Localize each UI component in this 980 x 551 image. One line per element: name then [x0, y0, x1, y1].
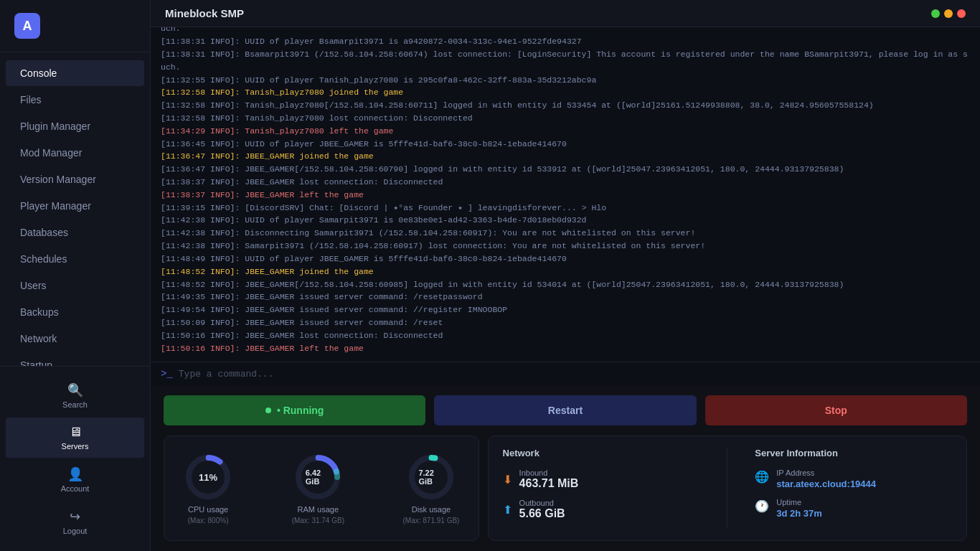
logout-icon: ↪	[70, 509, 80, 524]
console-line: [11:42:38 INFO]: UUID of player Samarpit…	[161, 214, 970, 227]
console-output[interactable]: [11:38:13 INFO]: Disconnecting Bsamarpit…	[151, 27, 980, 362]
sidebar-item-player-manager[interactable]: Player Manager	[6, 193, 144, 219]
sidebar-nav: ConsoleFilesPlugin ManagerMod ManagerVer…	[0, 52, 150, 366]
console-line: [11:50:09 INFO]: JBEE_GAMER issued serve…	[161, 316, 970, 329]
sidebar-bottom: 🔍 Search🖥 Servers👤 Account↪ Logout	[0, 366, 150, 551]
cpu-sublabel: (Max: 800%)	[188, 517, 229, 524]
window-control-dot[interactable]	[957, 9, 966, 18]
console-line: [11:36:45 INFO]: UUID of player JBEE_GAM…	[161, 138, 970, 151]
inbound-label: Inbound	[519, 468, 579, 477]
disk-label: Disk usage	[412, 505, 451, 514]
server-info-title: Server Information	[755, 448, 952, 458]
sidebar-logo: A	[0, 0, 150, 52]
running-button[interactable]: • Running	[164, 395, 425, 425]
window-control-dot[interactable]	[931, 9, 940, 18]
uptime-row: 🕐 Uptime 3d 2h 37m	[755, 498, 952, 519]
console-line: [11:38:31 INFO]: UUID of player Bsamarpi…	[161, 35, 970, 48]
console-line: [11:48:49 INFO]: UUID of player JBEE_GAM…	[161, 253, 970, 265]
console-line: [11:48:52 INFO]: JBEE_GAMER joined the g…	[161, 265, 970, 278]
server-header: Mineblock SMP	[151, 0, 980, 27]
sidebar-bottom-servers[interactable]: 🖥 Servers	[6, 418, 144, 458]
inbound-row: ⬇ Inbound 463.71 MiB	[503, 468, 700, 490]
network-title: Network	[503, 448, 700, 458]
disk-stat: 7.22 GiB Disk usage (Max: 871.91 GB)	[402, 452, 459, 524]
console-line: [11:32:55 INFO]: UUID of player Tanish_p…	[161, 74, 970, 87]
sidebar-bottom-logout[interactable]: ↪ Logout	[6, 501, 144, 542]
logout-label: Logout	[63, 527, 88, 535]
restart-label: Restart	[548, 405, 583, 416]
sidebar-item-users[interactable]: Users	[6, 273, 144, 298]
cpu-label: CPU usage	[188, 505, 228, 514]
command-input-area: >_	[151, 362, 980, 385]
cpu-donut: 11%	[183, 452, 233, 502]
ram-value: 6.42 GiB	[306, 468, 331, 486]
sidebar: A ConsoleFilesPlugin ManagerMod ManagerV…	[0, 0, 151, 551]
ram-label: RAM usage	[298, 505, 339, 514]
console-line: [11:34:29 INFO]: Tanish_playz7080 left t…	[161, 125, 970, 138]
sidebar-item-databases[interactable]: Databases	[6, 220, 144, 245]
network-section: Network ⬇ Inbound 463.71 MiB ⬆ Outbound …	[503, 448, 700, 529]
console-line: [11:32:58 INFO]: Tanish_playz7080 joined…	[161, 86, 970, 99]
stats-card-main: 11% CPU usage (Max: 800%) 6.42 GiB RAM u…	[164, 435, 479, 541]
console-line: [11:38:13 INFO]: Bsamarpit3971 (/152.58.…	[161, 27, 970, 35]
server-info-section: Server Information 🌐 IP Address star.ate…	[755, 448, 952, 529]
console-line: [11:36:47 INFO]: JBEE_GAMER[/152.58.104.…	[161, 163, 970, 176]
console-line: [11:50:16 INFO]: JBEE_GAMER left the gam…	[161, 342, 970, 355]
disk-value: 7.22 GiB	[418, 468, 443, 486]
console-line: [11:32:58 INFO]: Tanish_playz7080[/152.5…	[161, 99, 970, 112]
sidebar-item-console[interactable]: Console	[6, 60, 144, 86]
uptime-icon: 🕐	[755, 499, 769, 513]
console-line: [11:49:54 INFO]: JBEE_GAMER issued serve…	[161, 303, 970, 316]
account-icon: 👤	[67, 466, 83, 482]
ip-value: star.ateex.cloud:19444	[776, 479, 876, 489]
divider-net	[727, 448, 727, 529]
sidebar-item-network[interactable]: Network	[6, 326, 144, 352]
restart-button[interactable]: Restart	[434, 395, 696, 425]
sidebar-item-startup[interactable]: Startup	[6, 352, 144, 366]
running-label: • Running	[277, 405, 324, 416]
ram-donut: 6.42 GiB	[293, 452, 343, 502]
stop-button[interactable]: Stop	[705, 395, 967, 425]
cmd-prompt-icon: >_	[161, 368, 173, 380]
console-line: [11:48:52 INFO]: JBEE_GAMER[/152.58.104.…	[161, 278, 970, 291]
sidebar-item-version-manager[interactable]: Version Manager	[6, 166, 144, 192]
outbound-row: ⬆ Outbound 5.66 GiB	[503, 499, 700, 520]
sidebar-bottom-search[interactable]: 🔍 Search	[6, 375, 144, 416]
running-dot	[265, 408, 271, 413]
inbound-icon: ⬇	[503, 473, 512, 486]
sidebar-item-backups[interactable]: Backups	[6, 299, 144, 325]
cpu-stat: 11% CPU usage (Max: 800%)	[183, 452, 233, 524]
console-line: [11:36:47 INFO]: JBEE_GAMER joined the g…	[161, 150, 970, 163]
console-line: [11:38:37 INFO]: JBEE_GAMER lost connect…	[161, 176, 970, 189]
inbound-value: 463.71 MiB	[519, 477, 579, 490]
account-label: Account	[61, 484, 90, 493]
outbound-label: Outbound	[519, 499, 565, 507]
disk-sublabel: (Max: 871.91 GB)	[402, 517, 459, 524]
sidebar-item-mod-manager[interactable]: Mod Manager	[6, 140, 144, 166]
outbound-icon: ⬆	[503, 503, 512, 517]
console-line: [11:42:38 INFO]: Disconnecting Samarpit3…	[161, 227, 970, 240]
window-control-dot[interactable]	[944, 9, 953, 18]
ip-icon: 🌐	[755, 470, 769, 484]
console-line: [11:49:35 INFO]: JBEE_GAMER issued serve…	[161, 291, 970, 303]
main-content: Mineblock SMP [11:38:13 INFO]: Disconnec…	[151, 0, 980, 551]
console-line: [11:39:15 INFO]: [DiscordSRV] Chat: [Dis…	[161, 202, 970, 215]
command-input[interactable]	[179, 369, 970, 380]
sidebar-item-schedules[interactable]: Schedules	[6, 246, 144, 272]
ram-stat: 6.42 GiB RAM usage (Max: 31.74 GB)	[292, 452, 344, 524]
servers-label: Servers	[62, 442, 89, 451]
search-icon: 🔍	[67, 382, 83, 398]
sidebar-item-plugin-manager[interactable]: Plugin Manager	[6, 113, 144, 139]
window-controls	[931, 9, 966, 18]
ram-sublabel: (Max: 31.74 GB)	[292, 517, 344, 524]
control-buttons: • Running Restart Stop	[151, 385, 980, 435]
sidebar-item-files[interactable]: Files	[6, 87, 144, 113]
sidebar-bottom-account[interactable]: 👤 Account	[6, 459, 144, 500]
ip-row: 🌐 IP Address star.ateex.cloud:19444	[755, 468, 952, 489]
console-line: [11:32:58 INFO]: Tanish_playz7080 lost c…	[161, 112, 970, 125]
search-label: Search	[62, 400, 88, 409]
outbound-value: 5.66 GiB	[519, 507, 565, 520]
stop-label: Stop	[825, 405, 847, 416]
logo-icon[interactable]: A	[14, 13, 40, 39]
uptime-label: Uptime	[776, 498, 822, 507]
